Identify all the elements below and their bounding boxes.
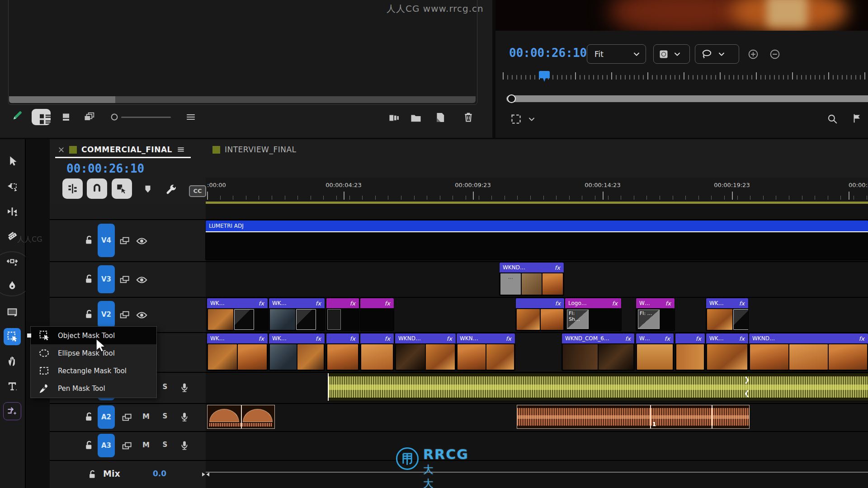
- monitor-scrubber[interactable]: [506, 95, 868, 102]
- close-icon[interactable]: [58, 146, 65, 153]
- clip-v2[interactable]: WK…fx: [207, 298, 268, 331]
- nest-button[interactable]: [62, 178, 83, 199]
- source-patch-icon[interactable]: [119, 274, 130, 285]
- project-scrollbar-thumb[interactable]: [9, 96, 115, 103]
- timeline-timecode[interactable]: 00:00:26:10: [66, 162, 144, 175]
- clip-v1[interactable]: WKND_COM_6…fx: [562, 333, 634, 371]
- source-patch-icon[interactable]: [119, 309, 130, 320]
- clip-v1[interactable]: WK…fx: [269, 333, 325, 371]
- new-item-icon[interactable]: [434, 111, 447, 124]
- zoom-icon[interactable]: [826, 113, 838, 125]
- clip-v1[interactable]: WKND…fx: [395, 333, 456, 371]
- selection-tool[interactable]: [6, 155, 19, 168]
- audio-clip-a2-vo[interactable]: 1: [517, 405, 750, 429]
- ripple-edit-tool[interactable]: [6, 205, 19, 218]
- hand-tool[interactable]: [6, 355, 19, 368]
- clip-v2[interactable]: W…fxFl: …: [636, 298, 675, 331]
- source-patch-icon[interactable]: [121, 412, 132, 423]
- mix-automation-line[interactable]: [206, 472, 868, 473]
- track-visibility-eye-icon[interactable]: [136, 274, 148, 286]
- voiceover-mic-icon[interactable]: [179, 382, 190, 394]
- lock-open-icon[interactable]: [83, 411, 94, 422]
- clip-v4[interactable]: LUMETRI ADJ: [206, 221, 868, 260]
- frames-icon[interactable]: [388, 112, 401, 124]
- captions-button[interactable]: CC: [189, 185, 206, 197]
- clip-v2[interactable]: fx: [360, 298, 394, 331]
- clip-v1[interactable]: fx: [326, 333, 359, 371]
- program-timecode[interactable]: 00:00:26:10: [509, 46, 587, 60]
- audio-clip-a1[interactable]: [328, 373, 868, 401]
- slip-tool[interactable]: [6, 255, 19, 267]
- selection-mode-select[interactable]: [695, 44, 739, 64]
- clip-v1[interactable]: W…fx: [636, 333, 674, 371]
- track-target-button-v2[interactable]: V2: [98, 301, 115, 328]
- delete-icon[interactable]: [462, 111, 475, 123]
- mute-button[interactable]: M: [142, 441, 150, 450]
- track-visibility-eye-icon[interactable]: [136, 309, 148, 321]
- clip-v1[interactable]: WK…fx: [706, 333, 748, 371]
- mute-button[interactable]: M: [142, 412, 150, 422]
- clip-v2[interactable]: Logo…fxFl: Sh…: [565, 298, 621, 331]
- track-target-button-a2[interactable]: A2: [98, 405, 115, 429]
- edit-pencil-icon[interactable]: [12, 109, 24, 121]
- remix-tool[interactable]: [6, 405, 19, 418]
- mix-gain-value[interactable]: 0.0: [153, 469, 166, 478]
- clip-v2[interactable]: fx: [326, 298, 359, 331]
- sequence-tab-interview[interactable]: INTERVIEW_FINAL: [212, 141, 316, 158]
- zoom-out-icon[interactable]: [109, 112, 119, 122]
- playback-quality-select[interactable]: [653, 44, 690, 64]
- lock-open-icon[interactable]: [83, 235, 94, 246]
- clip-v3[interactable]: WKND…fx…: [500, 263, 564, 296]
- zoom-level-select[interactable]: Fit: [587, 44, 646, 64]
- zoom-slider[interactable]: [121, 117, 171, 118]
- lock-open-icon[interactable]: [83, 273, 94, 285]
- menu-item-rectangle-mask-tool[interactable]: Rectangle Mask Tool: [31, 362, 156, 380]
- track-target-button-v3[interactable]: V3: [98, 265, 115, 293]
- add-icon[interactable]: [747, 48, 760, 61]
- project-bin-area[interactable]: [8, 0, 477, 105]
- audio-clip-a2-music[interactable]: [207, 405, 275, 429]
- object-mask-tool[interactable]: [6, 330, 19, 343]
- solo-button[interactable]: S: [161, 383, 169, 393]
- timeline-ruler[interactable]: :00:0000:00:04:2300:00:09:2300:00:14:230…: [206, 178, 868, 202]
- new-bin-icon[interactable]: [410, 112, 422, 124]
- clip-v1[interactable]: fx: [675, 333, 705, 371]
- list-view-button[interactable]: [32, 109, 51, 125]
- marker-icon[interactable]: [143, 184, 153, 194]
- panel-divider[interactable]: [492, 0, 495, 138]
- type-tool[interactable]: [6, 380, 19, 393]
- clip-v1[interactable]: WKND…fx: [749, 333, 868, 371]
- solo-button[interactable]: S: [161, 441, 169, 450]
- keyframe-bowtie-icon[interactable]: [200, 469, 211, 480]
- thumbnail-view-icon[interactable]: [61, 112, 71, 122]
- panel-menu-icon[interactable]: [185, 112, 196, 122]
- track-visibility-eye-icon[interactable]: [136, 235, 148, 247]
- menu-item-ellipse-mask-tool[interactable]: Ellipse Mask Tool: [31, 344, 156, 362]
- monitor-scrubber-knob[interactable]: [507, 94, 516, 103]
- linked-selection-button[interactable]: [112, 178, 132, 199]
- track-target-button-v4[interactable]: V4: [98, 224, 115, 257]
- clip-v1[interactable]: fx: [360, 333, 394, 371]
- snap-button[interactable]: [87, 178, 107, 199]
- subtract-icon[interactable]: [769, 48, 781, 61]
- sequence-tab-commercial[interactable]: COMMERCIAL_FINAL: [53, 141, 192, 158]
- source-patch-icon[interactable]: [121, 440, 132, 451]
- lock-open-icon[interactable]: [83, 309, 94, 320]
- stacked-view-icon[interactable]: [83, 111, 96, 123]
- voiceover-mic-icon[interactable]: [179, 411, 190, 423]
- track-target-button-a3[interactable]: A3: [98, 434, 115, 457]
- voiceover-mic-icon[interactable]: [179, 440, 190, 451]
- flag-icon[interactable]: [852, 113, 863, 124]
- tab-menu-icon[interactable]: [177, 145, 185, 154]
- clip-v2[interactable]: WK…fx: [269, 298, 325, 331]
- chevron-down-icon[interactable]: [527, 115, 536, 124]
- clip-v2[interactable]: WK…fx: [706, 298, 748, 331]
- clip-v1[interactable]: WKN…fx: [457, 333, 515, 371]
- pen-tool[interactable]: [6, 280, 19, 292]
- lock-open-icon[interactable]: [87, 469, 98, 480]
- lock-open-icon[interactable]: [83, 440, 94, 451]
- rectangle-tool[interactable]: [6, 305, 19, 318]
- clip-v1[interactable]: WK…fx: [207, 333, 268, 371]
- menu-item-object-mask-tool[interactable]: Object Mask Tool: [31, 327, 156, 344]
- clip-v2[interactable]: fx: [516, 298, 564, 331]
